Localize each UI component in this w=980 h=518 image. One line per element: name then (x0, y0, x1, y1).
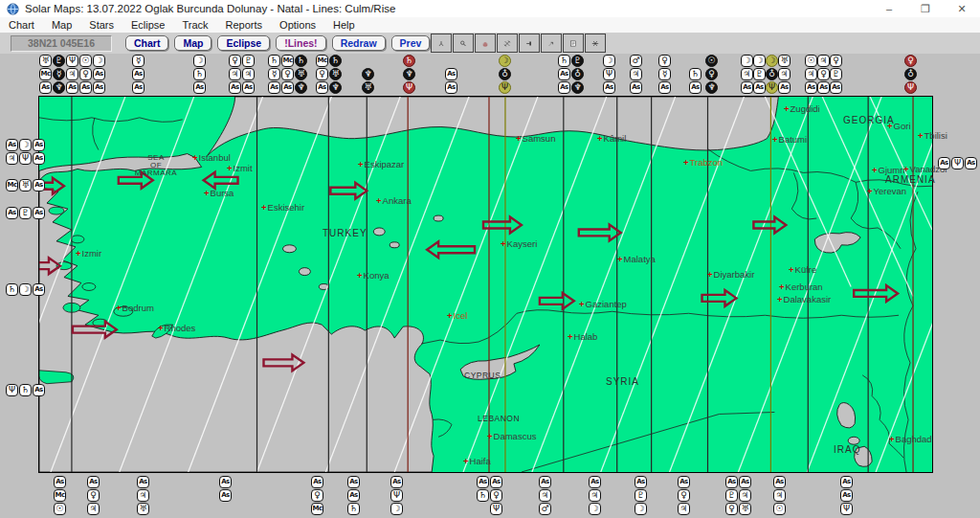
menu-item-help[interactable]: Help (324, 17, 364, 33)
astro-glyph-planet[interactable]: Ψ (66, 55, 78, 67)
astro-glyph-planet[interactable]: ♇ (830, 68, 842, 80)
astro-glyph-planet[interactable]: ♄ (295, 55, 307, 67)
astro-glyph-planet[interactable]: ♁ (499, 68, 511, 80)
astro-glyph-Mc[interactable]: Mc (6, 179, 18, 191)
redraw-button[interactable]: Redraw (332, 35, 386, 51)
astro-glyph-planet[interactable]: ☉ (79, 55, 92, 67)
astro-glyph-planet[interactable]: ☽ (499, 55, 511, 67)
astro-glyph-As[interactable]: As (805, 81, 817, 94)
astro-glyph-planet[interactable]: ♃ (6, 152, 18, 165)
astro-glyph-planet[interactable]: Ψ (840, 503, 853, 515)
astro-glyph-planet[interactable]: ♄ (6, 283, 18, 296)
astro-glyph-As[interactable]: As (281, 81, 294, 94)
astro-glyph-planet[interactable]: ♇ (725, 489, 738, 502)
astro-glyph-As[interactable]: As (840, 489, 853, 502)
astro-glyph-planet[interactable]: ♃ (678, 503, 690, 515)
astro-glyph-As[interactable]: As (490, 476, 502, 488)
astro-glyph-planet[interactable]: ♀ (490, 489, 502, 502)
astro-glyph-planet[interactable]: Ψ (490, 503, 502, 515)
astro-glyph-planet[interactable]: ♃ (778, 68, 791, 80)
astro-glyph-As[interactable]: As (725, 476, 738, 488)
astro-glyph-Mc[interactable]: Mc (316, 55, 328, 67)
astro-glyph-planet[interactable]: ♀ (311, 489, 323, 502)
astro-glyph-As[interactable]: As (93, 81, 105, 94)
astro-glyph-planet[interactable]: ♆ (571, 81, 584, 94)
astro-glyph-planet[interactable]: ♃ (773, 489, 786, 502)
astro-glyph-planet[interactable]: ♃ (817, 55, 830, 67)
astro-glyph-As[interactable]: As (678, 476, 690, 488)
rotate-object-icon[interactable] (497, 34, 518, 53)
astro-glyph-planet[interactable]: Ψ (603, 68, 615, 80)
astro-glyph-planet[interactable]: ♇ (635, 489, 647, 502)
astro-glyph-As[interactable]: As (54, 476, 66, 488)
astro-glyph-planet[interactable]: ♀ (705, 68, 718, 80)
astro-glyph-planet[interactable]: ☉ (705, 55, 718, 67)
astro-glyph-As[interactable]: As (445, 68, 457, 80)
chart-button[interactable]: Chart (125, 35, 168, 51)
astro-glyph-planet[interactable]: ♀ (830, 55, 842, 67)
astro-glyph-As[interactable]: As (6, 207, 18, 219)
lines-button[interactable]: !Lines! (276, 35, 325, 51)
astro-glyph-As[interactable]: As (689, 81, 702, 94)
astro-glyph-As[interactable]: As (93, 68, 105, 80)
astro-glyph-As[interactable]: As (477, 476, 489, 488)
astro-glyph-planet[interactable]: Ψ (19, 152, 32, 165)
astro-glyph-planet[interactable]: ♂ (630, 55, 642, 67)
pointer-tool-icon[interactable] (431, 34, 452, 53)
astro-glyph-As[interactable]: As (193, 81, 206, 94)
astro-glyph-planet[interactable]: ♄ (329, 55, 342, 67)
astro-glyph-As[interactable]: As (938, 157, 950, 169)
astro-glyph-planet[interactable]: ♅ (295, 68, 307, 80)
eclipse-button[interactable]: Eclipse (217, 35, 270, 51)
astro-glyph-As[interactable]: As (347, 476, 360, 488)
astro-glyph-planet[interactable]: ♀ (678, 489, 690, 502)
astro-glyph-As[interactable]: As (445, 81, 457, 94)
astro-glyph-planet[interactable]: ♃ (87, 503, 100, 515)
astro-glyph-planet[interactable]: ♄ (403, 55, 415, 67)
connector-tool-icon[interactable] (519, 34, 540, 53)
menu-item-track[interactable]: Track (173, 17, 216, 33)
astro-glyph-planet[interactable]: ♀ (281, 68, 294, 80)
astro-glyph-planet[interactable]: ♃ (229, 68, 241, 80)
astro-glyph-planet[interactable]: ♄ (558, 55, 570, 67)
astro-glyph-planet[interactable]: ♀ (904, 55, 917, 67)
astro-glyph-planet[interactable]: ☿ (53, 68, 65, 80)
astro-glyph-As[interactable]: As (539, 476, 551, 488)
astro-glyph-As[interactable]: As (390, 476, 403, 488)
astro-glyph-planet[interactable]: ♀ (87, 489, 100, 502)
astro-glyph-planet[interactable]: ♄ (477, 489, 489, 502)
astro-glyph-As[interactable]: As (268, 81, 280, 94)
astro-glyph-planet[interactable]: ♃ (739, 489, 751, 502)
astro-glyph-planet[interactable]: ♄ (689, 68, 702, 80)
astro-glyph-planet[interactable]: ♇ (571, 55, 584, 67)
astro-glyph-planet[interactable]: ♃ (137, 489, 149, 502)
astro-glyph-As[interactable]: As (630, 81, 642, 94)
astro-glyph-planet[interactable]: ♆ (53, 81, 65, 94)
astro-glyph-planet[interactable]: ♅ (39, 55, 52, 67)
menu-item-options[interactable]: Options (271, 17, 324, 33)
astro-glyph-As[interactable]: As (635, 476, 647, 488)
astro-glyph-planet[interactable]: ♃ (805, 68, 817, 80)
astro-glyph-planet[interactable]: ♂ (539, 503, 551, 515)
astro-glyph-planet[interactable]: ☽ (19, 283, 32, 296)
astro-glyph-planet[interactable]: ♆ (705, 81, 718, 94)
astro-glyph-planet[interactable]: ♀ (229, 55, 241, 67)
astro-glyph-planet[interactable]: ☽ (753, 55, 766, 67)
map-button[interactable]: Map (174, 35, 212, 51)
astro-glyph-As[interactable]: As (773, 476, 786, 488)
zoom-tool-icon[interactable] (453, 34, 474, 53)
minimize-button[interactable]: – (871, 0, 907, 17)
astro-glyph-As[interactable]: As (79, 81, 92, 94)
astro-glyph-As[interactable]: As (778, 81, 791, 94)
astro-glyph-planet[interactable]: ♄ (19, 384, 32, 396)
astro-glyph-planet[interactable]: ☽ (93, 55, 105, 67)
astro-glyph-planet[interactable]: ♀ (725, 503, 738, 515)
astro-glyph-Mc[interactable]: Mc (281, 55, 294, 67)
astro-glyph-planet[interactable]: ♃ (630, 68, 642, 80)
astro-glyph-As[interactable]: As (6, 139, 18, 151)
menu-item-stars[interactable]: Stars (80, 17, 122, 33)
astro-glyph-planet[interactable]: Ψ (6, 384, 18, 396)
astro-glyph-As[interactable]: As (830, 81, 842, 94)
astro-glyph-planet[interactable]: ☿ (132, 55, 145, 67)
astro-glyph-Mc[interactable]: Mc (311, 503, 323, 515)
